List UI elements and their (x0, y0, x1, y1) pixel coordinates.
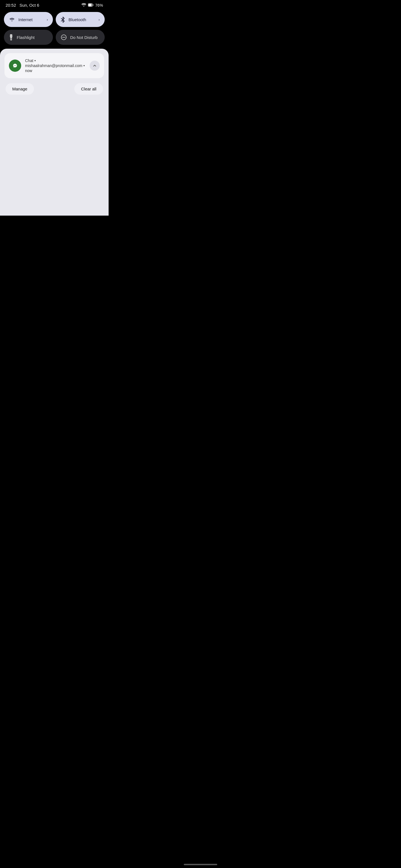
notification-separator-2: • (84, 63, 85, 68)
svg-point-11 (16, 65, 16, 66)
internet-arrow: › (47, 18, 48, 22)
clear-all-button[interactable]: Clear all (74, 83, 103, 95)
notification-content: Chat • mishaalrahman@protonmail.com • no… (25, 58, 86, 73)
svg-point-9 (14, 65, 15, 66)
flashlight-icon (9, 34, 13, 40)
dnd-label: Do Not Disturb (70, 35, 100, 40)
svg-point-10 (15, 65, 15, 66)
status-time-date: 20:52 Sun, Oct 6 (6, 3, 39, 7)
svg-rect-5 (10, 39, 12, 39)
status-time: 20:52 (6, 3, 16, 7)
internet-tile[interactable]: Internet › (4, 12, 53, 27)
status-bar: 20:52 Sun, Oct 6 76% (0, 0, 109, 9)
notification-card[interactable]: Chat • mishaalrahman@protonmail.com • no… (4, 53, 104, 78)
status-icons: 76% (81, 3, 103, 7)
svg-rect-2 (88, 4, 92, 6)
dnd-tile[interactable]: Do Not Disturb (56, 30, 105, 45)
notification-app-name: Chat (25, 58, 33, 63)
svg-rect-1 (93, 4, 93, 6)
notification-account: mishaalrahman@protonmail.com (25, 63, 82, 68)
notification-panel: Chat • mishaalrahman@protonmail.com • no… (0, 49, 109, 216)
bluetooth-icon (61, 17, 65, 23)
quick-settings: Internet › Bluetooth › Flashlight (0, 9, 109, 49)
internet-label: Internet (18, 17, 44, 22)
internet-icon (9, 17, 15, 22)
battery-percentage: 76% (95, 3, 103, 7)
status-date: Sun, Oct 6 (20, 3, 39, 7)
notification-text: Chat • mishaalrahman@protonmail.com • no… (25, 58, 85, 73)
dnd-icon (61, 34, 67, 40)
bluetooth-label: Bluetooth (68, 17, 95, 22)
notification-separator-1: • (34, 58, 36, 63)
bluetooth-arrow: › (98, 18, 100, 22)
wifi-icon (81, 3, 86, 7)
notification-actions: Manage Clear all (4, 82, 104, 95)
flashlight-tile[interactable]: Flashlight (4, 30, 53, 45)
chat-app-icon (9, 60, 21, 72)
notification-expand-button[interactable] (90, 61, 100, 71)
bluetooth-tile[interactable]: Bluetooth › (56, 12, 105, 27)
battery-icon (88, 3, 93, 7)
notification-time: now (25, 68, 32, 73)
manage-button[interactable]: Manage (6, 83, 34, 95)
flashlight-label: Flashlight (17, 35, 48, 40)
svg-rect-3 (10, 34, 12, 36)
